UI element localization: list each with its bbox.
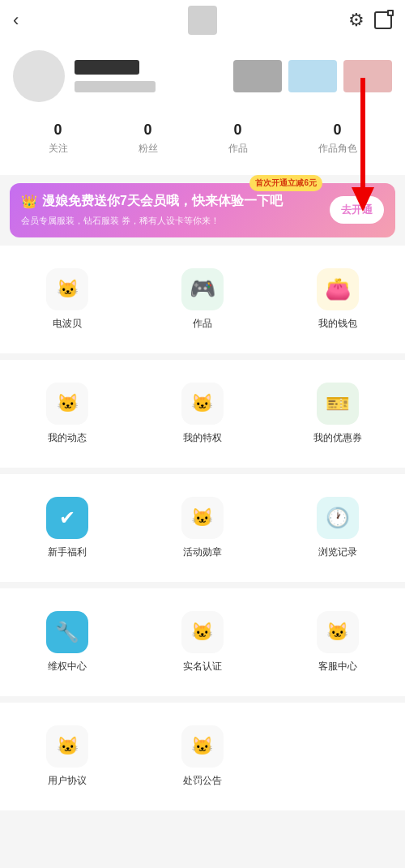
vip-title: 👑 漫娘免费送你7天会员哦，快来体验一下吧: [21, 193, 330, 210]
activity-icon: 🐱: [181, 497, 224, 539]
dianpobei-label: 电波贝: [53, 317, 82, 331]
header: ‹ ⚙: [0, 0, 405, 41]
grid-item-rights[interactable]: 🔧 维权中心: [0, 601, 135, 683]
userid-placeholder: [75, 81, 156, 92]
vip-banner[interactable]: 首次开通立减6元 👑 漫娘免费送你7天会员哦，快来体验一下吧 会员专属服装，钻石…: [10, 183, 395, 237]
vip-title-text: 漫娘免费送你7天会员哦，快来体验一下吧: [42, 193, 283, 210]
grid-empty-cell: [270, 716, 405, 797]
grid-item-coupon[interactable]: 🎫 我的优惠券: [270, 373, 405, 455]
grid-section-1: 🐱 电波贝 🎮 作品 👛 我的钱包: [0, 246, 405, 353]
grid-item-newbie[interactable]: ✔ 新手福利: [0, 487, 135, 569]
rights-label: 维权中心: [48, 660, 87, 673]
newbie-icon: ✔: [46, 497, 88, 539]
grid-item-activity[interactable]: 🐱 活动勋章: [135, 487, 271, 569]
service-label: 客服中心: [318, 660, 357, 673]
grid-item-works[interactable]: 🎮 作品: [135, 259, 271, 340]
works-count: 0: [233, 122, 241, 139]
following-label: 关注: [49, 142, 68, 156]
grid-section-3: ✔ 新手福利 🐱 活动勋章 🕐 浏览记录: [0, 474, 405, 582]
dynamic-label: 我的动态: [48, 431, 87, 445]
header-action-icons: ⚙: [348, 10, 392, 31]
service-icon: 🐱: [317, 611, 359, 653]
works-label: 作品: [193, 317, 212, 331]
wallet-label: 我的钱包: [318, 317, 357, 331]
grid-item-punishment[interactable]: 🐱 处罚公告: [135, 716, 271, 797]
characters-label: 作品角色: [318, 142, 357, 156]
grid-item-wallet[interactable]: 👛 我的钱包: [270, 259, 405, 340]
privilege-icon: 🐱: [181, 383, 224, 425]
agreement-icon: 🐱: [46, 725, 88, 768]
header-avatar-placeholder: [188, 6, 217, 35]
activity-label: 活动勋章: [183, 545, 222, 559]
privilege-label: 我的特权: [183, 431, 222, 445]
dynamic-icon: 🐱: [46, 383, 88, 425]
grid-row-5: 🐱 用户协议 🐱 处罚公告: [0, 716, 405, 797]
grid-item-agreement[interactable]: 🐱 用户协议: [0, 716, 135, 797]
profile-info: [75, 60, 224, 92]
grid-item-dynamic[interactable]: 🐱 我的动态: [0, 373, 135, 455]
vip-subtitle: 会员专属服装，钻石服装 券，稀有人设卡等你来！: [21, 214, 330, 228]
works-label: 作品: [228, 142, 248, 156]
settings-icon[interactable]: ⚙: [348, 10, 364, 31]
thumb1: [233, 60, 282, 92]
username-placeholder: [75, 60, 139, 75]
following-count: 0: [53, 122, 62, 139]
stat-works[interactable]: 0 作品: [228, 122, 248, 156]
grid-item-service[interactable]: 🐱 客服中心: [270, 601, 405, 683]
works-icon: 🎮: [181, 268, 224, 310]
grid-item-realname[interactable]: 🐱 实名认证: [135, 601, 271, 683]
vip-crown-icon: 👑: [21, 194, 37, 209]
realname-label: 实名认证: [183, 660, 222, 673]
fans-count: 0: [143, 122, 151, 139]
stat-fans[interactable]: 0 粉丝: [139, 122, 158, 156]
grid-section-5: 🐱 用户协议 🐱 处罚公告: [0, 703, 405, 810]
vip-discount-badge: 首次开通立减6元: [249, 175, 322, 191]
profile-section: 0 关注 0 粉丝 0 作品 0 作品角色: [0, 41, 405, 175]
grid-section-4: 🔧 维权中心 🐱 实名认证 🐱 客服中心: [0, 588, 405, 696]
stat-characters[interactable]: 0 作品角色: [318, 122, 357, 156]
grid-section-2: 🐱 我的动态 🐱 我的特权 🎫 我的优惠券: [0, 360, 405, 468]
agreement-label: 用户协议: [48, 774, 87, 788]
punishment-label: 处罚公告: [183, 774, 222, 788]
vip-content: 👑 漫娘免费送你7天会员哦，快来体验一下吧 会员专属服装，钻石服装 券，稀有人设…: [21, 193, 330, 228]
vip-open-button[interactable]: 去开通: [330, 196, 384, 224]
share-icon[interactable]: [374, 11, 392, 29]
thumb2: [288, 60, 337, 92]
grid-item-history[interactable]: 🕐 浏览记录: [270, 487, 405, 569]
grid-item-dianpobei[interactable]: 🐱 电波贝: [0, 259, 135, 340]
grid-item-privilege[interactable]: 🐱 我的特权: [135, 373, 271, 455]
wallet-icon: 👛: [317, 268, 359, 310]
punishment-icon: 🐱: [181, 725, 224, 768]
thumb3: [343, 60, 392, 92]
header-center-avatar: [188, 6, 217, 35]
newbie-label: 新手福利: [48, 545, 87, 559]
coupon-label: 我的优惠券: [313, 431, 362, 445]
grid-row-2: 🐱 我的动态 🐱 我的特权 🎫 我的优惠券: [0, 373, 405, 455]
stat-following[interactable]: 0 关注: [49, 122, 68, 156]
grid-row-4: 🔧 维权中心 🐱 实名认证 🐱 客服中心: [0, 601, 405, 683]
grid-row-1: 🐱 电波贝 🎮 作品 👛 我的钱包: [0, 259, 405, 340]
grid-row-3: ✔ 新手福利 🐱 活动勋章 🕐 浏览记录: [0, 487, 405, 569]
fans-label: 粉丝: [139, 142, 158, 156]
profile-row: [13, 50, 392, 102]
coupon-icon: 🎫: [317, 383, 359, 425]
characters-count: 0: [333, 122, 341, 139]
history-label: 浏览记录: [318, 545, 357, 559]
avatar: [13, 50, 65, 102]
realname-icon: 🐱: [181, 611, 224, 653]
stats-row: 0 关注 0 粉丝 0 作品 0 作品角色: [13, 115, 392, 159]
rights-icon: 🔧: [46, 611, 88, 653]
dianpobei-icon: 🐱: [46, 268, 88, 310]
history-icon: 🕐: [317, 497, 359, 539]
back-button[interactable]: ‹: [13, 10, 19, 31]
profile-thumbnails: [233, 60, 392, 92]
